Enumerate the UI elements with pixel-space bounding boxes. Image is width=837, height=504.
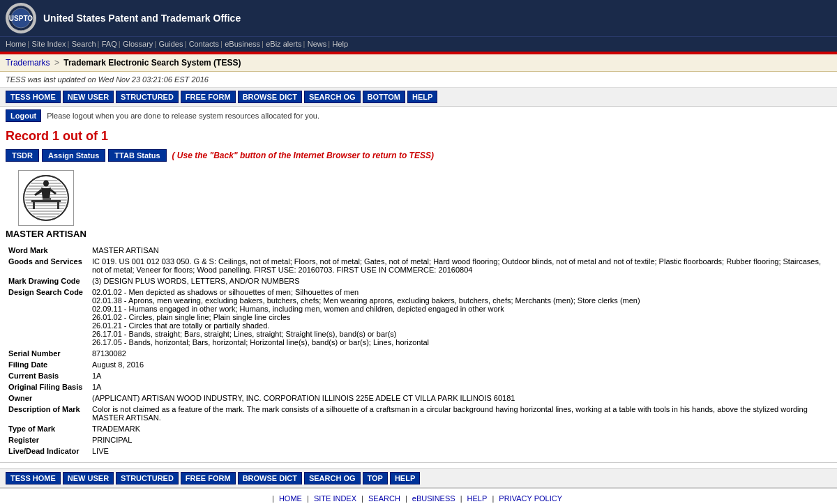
bottom-btn[interactable]: Bottom — [363, 91, 405, 103]
tess-home-btn[interactable]: TESS Home — [6, 91, 61, 103]
bottom-structured-btn[interactable]: Structured — [116, 472, 179, 484]
svg-rect-22 — [57, 202, 59, 209]
footer-search[interactable]: SEARCH — [368, 494, 400, 503]
footer-sep5: | — [460, 494, 465, 503]
search-og-btn[interactable]: Search OG — [304, 91, 361, 103]
field-label: Mark Drawing Code — [6, 275, 89, 287]
field-label: Register — [6, 434, 89, 445]
help-btn[interactable]: Help — [407, 91, 437, 103]
bottom-search-og-btn[interactable]: Search OG — [304, 472, 361, 484]
bottom-top-btn[interactable]: Top — [363, 472, 388, 484]
structured-btn[interactable]: Structured — [116, 91, 179, 103]
footer-privacy[interactable]: PRIVACY POLICY — [499, 494, 562, 503]
field-label: Original Filing Basis — [6, 381, 89, 392]
nav-contacts[interactable]: Contacts — [189, 40, 219, 48]
bottom-new-user-btn[interactable]: New User — [63, 472, 114, 484]
footer-help[interactable]: HELP — [467, 494, 488, 503]
nav-ebusiness[interactable]: eBusiness — [225, 40, 260, 48]
new-user-btn[interactable]: New User — [63, 91, 114, 103]
field-value: IC 019. US 001 012 033 050. G & S: Ceili… — [89, 256, 831, 275]
footer: | HOME | SITE INDEX | SEARCH | eBUSINESS… — [0, 488, 837, 504]
table-row: Description of MarkColor is not claimed … — [6, 404, 831, 423]
ttab-status-btn[interactable]: TTAB Status — [108, 149, 166, 162]
free-form-btn[interactable]: Free Form — [181, 91, 236, 103]
field-value: 1A — [89, 381, 831, 392]
field-value: (3) DESIGN PLUS WORDS, LETTERS, AND/OR N… — [89, 275, 831, 287]
table-row: Filing DateAugust 8, 2016 — [6, 359, 831, 370]
svg-rect-21 — [33, 202, 35, 209]
footer-sep: | — [272, 494, 276, 503]
nav-home[interactable]: Home — [6, 40, 26, 48]
assign-status-btn[interactable]: Assign Status — [42, 149, 105, 162]
footer-site-index[interactable]: SITE INDEX — [314, 494, 356, 503]
bottom-help-btn[interactable]: Help — [390, 472, 420, 484]
field-value: 1A — [89, 370, 831, 381]
nav-ebiz-alerts[interactable]: eBiz alerts — [266, 40, 301, 48]
browse-dict-btn[interactable]: Browse Dict — [238, 91, 302, 103]
table-row: Live/Dead IndicatorLIVE — [6, 445, 831, 457]
field-label: Filing Date — [6, 359, 89, 370]
nav-guides[interactable]: Guides — [159, 40, 183, 48]
breadcrumb-trademarks[interactable]: Trademarks — [6, 58, 50, 68]
mark-section: MASTER ARTISAN — [0, 165, 837, 245]
field-value: LIVE — [89, 445, 831, 457]
tsdr-btn[interactable]: TSDR — [6, 149, 39, 162]
top-nav-buttons: TESS Home New User Structured Free Form … — [0, 88, 837, 107]
field-label: Description of Mark — [6, 404, 89, 423]
logout-bar: Logout Please logout when you are done t… — [0, 107, 837, 125]
record-title: Record 1 out of 1 — [6, 129, 831, 144]
field-value: (APPLICANT) ARTISAN WOOD INDUSTRY, INC. … — [89, 392, 831, 404]
uspto-logo: USPTO — [6, 3, 36, 33]
back-message: ( Use the "Back" button of the Internet … — [172, 151, 434, 160]
logout-button[interactable]: Logout — [6, 109, 41, 122]
footer-sep6: | — [492, 494, 496, 503]
record-header: Record 1 out of 1 — [0, 125, 837, 146]
nav-help[interactable]: Help — [333, 40, 349, 48]
table-row: Goods and ServicesIC 019. US 001 012 033… — [6, 256, 831, 275]
footer-sep2: | — [307, 494, 311, 503]
action-buttons: TSDR Assign Status TTAB Status ( Use the… — [0, 146, 837, 165]
table-row: Serial Number87130082 — [6, 348, 831, 359]
tess-update: TESS was last updated on Wed Nov 23 03:2… — [0, 72, 837, 88]
bottom-free-form-btn[interactable]: Free Form — [181, 472, 236, 484]
footer-home[interactable]: HOME — [279, 494, 302, 503]
bottom-divider — [0, 462, 837, 463]
trademark-data-rows: Word MarkMASTER ARTISANGoods and Service… — [6, 245, 831, 457]
breadcrumb-current: Trademark Electronic Search System (TESS… — [63, 58, 241, 68]
table-row: Original Filing Basis1A — [6, 381, 831, 392]
agency-title: United States Patent and Trademark Offic… — [43, 13, 241, 24]
nav-bar: Home| Site Index| Search| FAQ| Glossary|… — [0, 36, 837, 52]
table-row: Word MarkMASTER ARTISAN — [6, 245, 831, 256]
field-value: TRADEMARK — [89, 423, 831, 434]
field-value: MASTER ARTISAN — [89, 245, 831, 256]
logout-message: Please logout when you are done to relea… — [47, 112, 319, 120]
nav-glossary[interactable]: Glossary — [123, 40, 153, 48]
bottom-tess-home-btn[interactable]: TESS Home — [6, 472, 61, 484]
footer-ebusiness[interactable]: eBUSINESS — [412, 494, 455, 503]
table-row: Mark Drawing Code(3) DESIGN PLUS WORDS, … — [6, 275, 831, 287]
field-value: Color is not claimed as a feature of the… — [89, 404, 831, 423]
nav-news[interactable]: News — [308, 40, 327, 48]
field-value: 87130082 — [89, 348, 831, 359]
table-row: Type of MarkTRADEMARK — [6, 423, 831, 434]
table-row: Current Basis1A — [6, 370, 831, 381]
mark-name: MASTER ARTISAN — [6, 229, 86, 239]
breadcrumb: Trademarks > Trademark Electronic Search… — [0, 54, 837, 72]
breadcrumb-sep: > — [54, 58, 59, 68]
footer-sep4: | — [405, 494, 409, 503]
trademark-data-table: Word MarkMASTER ARTISANGoods and Service… — [6, 245, 831, 457]
field-label: Goods and Services — [6, 256, 89, 275]
svg-text:USPTO: USPTO — [9, 15, 33, 22]
nav-faq[interactable]: FAQ — [102, 40, 117, 48]
table-row: Design Search Code02.01.02 - Men depicte… — [6, 287, 831, 348]
field-label: Live/Dead Indicator — [6, 445, 89, 457]
field-label: Serial Number — [6, 348, 89, 359]
table-row: RegisterPRINCIPAL — [6, 434, 831, 445]
svg-rect-23 — [43, 198, 51, 200]
nav-site-index[interactable]: Site Index — [32, 40, 66, 48]
bottom-browse-dict-btn[interactable]: Browse Dict — [238, 472, 302, 484]
data-section: Word MarkMASTER ARTISANGoods and Service… — [0, 245, 837, 457]
nav-search[interactable]: Search — [72, 40, 96, 48]
field-label: Word Mark — [6, 245, 89, 256]
footer-sep3: | — [361, 494, 365, 503]
